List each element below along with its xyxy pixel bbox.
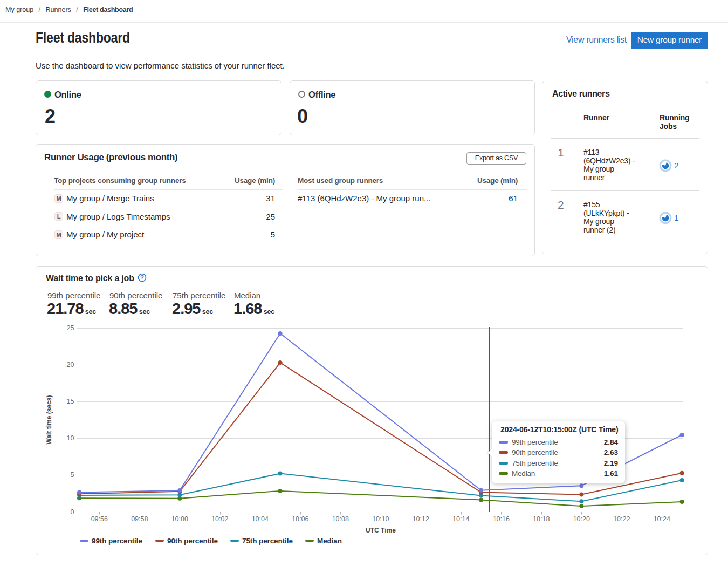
- svg-text:10:12: 10:12: [413, 515, 429, 523]
- svg-text:10:06: 10:06: [292, 515, 308, 523]
- svg-text:10: 10: [67, 434, 74, 442]
- svg-text:10:00: 10:00: [171, 515, 188, 523]
- svg-text:0: 0: [71, 508, 74, 516]
- svg-text:10:22: 10:22: [613, 515, 630, 523]
- svg-text:15: 15: [67, 398, 74, 405]
- svg-text:09:58: 09:58: [131, 515, 148, 523]
- svg-text:10:24: 10:24: [654, 515, 670, 523]
- svg-text:10:18: 10:18: [533, 515, 550, 523]
- svg-text:10:02: 10:02: [211, 515, 228, 523]
- svg-text:25: 25: [67, 324, 74, 332]
- svg-text:20: 20: [67, 361, 74, 369]
- svg-text:10:14: 10:14: [452, 515, 469, 523]
- svg-text:10:04: 10:04: [252, 515, 269, 523]
- svg-text:UTC Time: UTC Time: [366, 527, 396, 534]
- svg-text:10:16: 10:16: [493, 515, 510, 523]
- svg-text:10:20: 10:20: [573, 515, 590, 523]
- svg-text:Wait time (secs): Wait time (secs): [45, 395, 53, 445]
- svg-text:5: 5: [71, 471, 74, 479]
- svg-text:10:10: 10:10: [372, 515, 389, 523]
- svg-text:10:08: 10:08: [332, 515, 349, 523]
- svg-text:09:56: 09:56: [91, 515, 108, 523]
